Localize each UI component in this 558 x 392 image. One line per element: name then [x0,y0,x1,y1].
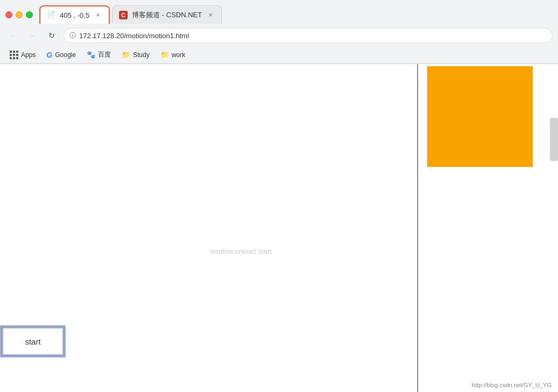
close-traffic-light[interactable] [5,11,12,18]
work-folder-icon: 📁 [161,51,169,59]
apps-icon [10,50,18,59]
page-footer-url: http://blog.csdn.net/GY_U_YG [472,382,552,388]
minimize-traffic-light[interactable] [16,11,23,18]
reload-button[interactable]: ↻ [44,28,59,43]
bookmarks-bar: Apps G Google 🐾 百度 📁 Study 📁 work [0,46,558,64]
address-display: 172.17.128.20/motion/motion1.html [79,32,547,40]
browser-chrome: 📄 405 , -0.5 × C 博客频道 - CSDN.NET × ← → ↻… [0,0,558,64]
start-button-container: start [1,326,65,356]
tabs-area: 📄 405 , -0.5 × C 博客频道 - CSDN.NET × [39,5,553,24]
tab-csdn[interactable]: C 博客频道 - CSDN.NET × [112,5,222,24]
back-button[interactable]: ← [5,28,20,43]
forward-button[interactable]: → [25,28,40,43]
address-path: /motion/motion1.html [124,32,189,40]
bookmark-work-label: work [172,51,185,59]
reload-icon: ↻ [48,31,55,40]
baidu-icon: 🐾 [87,51,95,59]
bookmark-apps-label: Apps [21,51,36,59]
bookmark-google[interactable]: G Google [42,48,80,61]
address-domain: 172.17.128.20 [79,32,124,40]
tab-close-csdn[interactable]: × [206,11,215,19]
tab-page-icon: 📄 [47,11,55,19]
bookmark-work[interactable]: 📁 work [156,48,190,61]
tab-title-active: 405 , -0.5 [60,11,89,19]
toolbar: ← → ↻ ⓘ 172.17.128.20/motion/motion1.htm… [0,25,558,46]
page-content: window.onload start start http://blog.cs… [0,64,558,392]
tab-title-csdn: 博客频道 - CSDN.NET [132,10,202,20]
tab-active[interactable]: 📄 405 , -0.5 × [39,5,110,24]
info-icon: ⓘ [69,31,76,40]
google-icon: G [46,51,52,59]
maximize-traffic-light[interactable] [26,11,33,18]
bookmark-study-label: Study [133,51,150,59]
traffic-lights [5,11,33,18]
bookmark-apps[interactable]: Apps [5,48,40,61]
bookmark-baidu[interactable]: 🐾 百度 [82,48,115,61]
orange-box [427,66,533,167]
vertical-divider [417,64,418,392]
study-folder-icon: 📁 [122,51,130,59]
tab-close-active[interactable]: × [94,11,102,19]
bookmark-study[interactable]: 📁 Study [117,48,154,61]
bookmark-baidu-label: 百度 [98,50,111,59]
scrollbar-hint[interactable] [550,118,558,161]
address-bar[interactable]: ⓘ 172.17.128.20/motion/motion1.html [64,28,553,43]
tab-csdn-icon: C [119,11,128,19]
bookmark-google-label: Google [55,51,76,59]
start-button[interactable]: start [1,326,65,356]
faint-text: window.onload start [210,247,271,255]
title-bar: 📄 405 , -0.5 × C 博客频道 - CSDN.NET × [0,0,558,25]
